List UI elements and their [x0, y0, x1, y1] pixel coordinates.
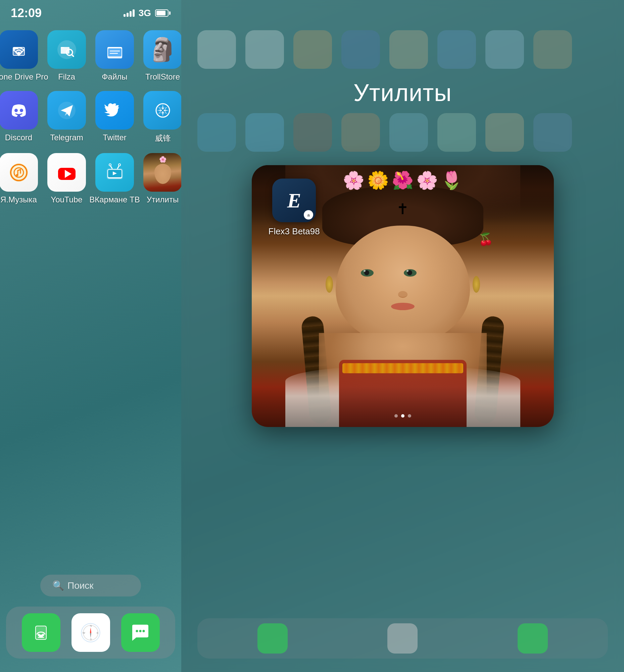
dock-app-messages[interactable]	[121, 613, 160, 652]
dock: N S E W	[6, 606, 175, 658]
app-item-yamusic[interactable]: Я.Музыка	[0, 153, 38, 204]
app-label-utilities: Утилиты	[147, 195, 179, 204]
app-item-trollstore[interactable]: 🗿 TrollStore	[143, 30, 182, 82]
svg-point-44	[136, 630, 138, 632]
svg-point-33	[119, 164, 120, 165]
app-item-vkarmane-tv[interactable]: ВКармане ТВ	[95, 153, 134, 204]
earring-left	[326, 276, 333, 293]
app-item-utilities[interactable]: 🌸 Утилиты	[143, 153, 182, 204]
battery-tip	[169, 11, 171, 15]
right-dock-phone	[257, 623, 288, 653]
right-dock-safari	[387, 623, 418, 653]
blurred-app-6	[437, 30, 476, 69]
blurred-app-16	[534, 113, 572, 152]
app-item-files[interactable]: Файлы	[95, 30, 134, 82]
search-bar[interactable]: 🔍 Поиск	[40, 575, 141, 596]
flex3-letter: E	[287, 189, 301, 212]
app-icon-files	[95, 30, 134, 69]
blurred-app-11	[293, 113, 332, 152]
flex3-icon-container[interactable]: E a Flex3 Beta98	[268, 179, 320, 237]
blurred-app-9	[198, 113, 236, 152]
lips	[391, 303, 415, 310]
app-label-weifeng: 威锋	[155, 133, 171, 144]
time: 12:09	[11, 6, 42, 20]
app-label-trollstore: TrollStore	[145, 72, 180, 82]
svg-text:W: W	[83, 631, 85, 635]
eyes	[361, 269, 445, 277]
app-item-telegram[interactable]: Telegram	[47, 91, 86, 144]
app-icon-phone-drive-pro	[0, 30, 38, 69]
app-icon-yamusic	[0, 153, 38, 192]
nose	[398, 291, 408, 298]
network-type: 3G	[139, 8, 151, 19]
page-dot-3	[408, 414, 411, 418]
right-content: Утилиты 🌸🌼🌺🌸🌷	[181, 0, 624, 672]
headdress-flowers: 🌸🌼🌺🌸🌷	[343, 170, 463, 191]
app-label-telegram: Telegram	[50, 133, 83, 142]
folder-title: Утилиты	[181, 72, 624, 110]
blurred-app-1	[198, 30, 236, 69]
red-berries: 🍒	[478, 232, 493, 247]
app-label-yamusic: Я.Музыка	[0, 195, 37, 204]
app-label-files: Файлы	[102, 72, 127, 82]
blurred-app-7	[485, 30, 524, 69]
folder-card[interactable]: 🌸🌼🌺🌸🌷 ✝	[252, 165, 554, 427]
app-label-discord: Discord	[5, 133, 32, 142]
app-icon-telegram	[47, 91, 86, 130]
app-item-weifeng[interactable]: 威锋	[143, 91, 182, 144]
blurred-app-8	[534, 30, 572, 69]
embroidery	[342, 363, 463, 373]
right-dock-blur	[198, 618, 608, 658]
app-icon-weifeng	[143, 91, 182, 130]
app-icon-utilities: 🌸	[143, 153, 182, 192]
app-label-phone-drive-pro: Phone Drive Pro	[0, 72, 48, 82]
eye-right	[404, 269, 417, 277]
app-icon-vkarmane-tv	[95, 153, 134, 192]
blurred-app-4	[341, 30, 380, 69]
page-dot-1	[394, 414, 398, 418]
right-status-area	[181, 0, 624, 27]
app-icon-trollstore: 🗿	[143, 30, 182, 69]
earring-right	[473, 276, 480, 293]
battery-fill	[156, 11, 165, 16]
app-label-youtube: YouTube	[51, 195, 82, 204]
svg-point-11	[15, 109, 18, 112]
page-dot-2	[401, 414, 405, 418]
eye-left	[361, 269, 373, 277]
svg-point-18	[9, 163, 28, 182]
app-icon-twitter	[95, 91, 134, 130]
face	[336, 226, 470, 343]
dock-app-safari[interactable]: N S E W	[72, 613, 110, 652]
dock-app-phone[interactable]	[22, 613, 60, 652]
svg-text:N: N	[90, 624, 92, 627]
left-panel: 12:09 3G	[0, 0, 181, 672]
battery-icon	[155, 9, 171, 17]
app-item-discord[interactable]: Discord	[0, 91, 38, 144]
headdress-cross: ✝	[389, 196, 416, 222]
app-item-phone-drive-pro[interactable]: Phone Drive Pro	[0, 30, 38, 82]
flex3-app-icon[interactable]: E a	[272, 179, 316, 222]
app-item-filza[interactable]: Filza	[47, 30, 86, 82]
status-bar: 12:09 3G	[0, 0, 181, 24]
blurred-app-5	[389, 30, 428, 69]
svg-point-45	[139, 630, 142, 632]
app-item-twitter[interactable]: Twitter	[95, 91, 134, 144]
app-item-youtube[interactable]: YouTube	[47, 153, 86, 204]
blurred-app-10	[245, 113, 284, 152]
flex3-badge: a	[304, 210, 313, 219]
right-blurred-row-2	[181, 110, 624, 155]
right-bottom-area	[181, 612, 624, 672]
svg-point-32	[109, 164, 111, 165]
blurred-app-15	[485, 113, 524, 152]
app-icon-filza	[47, 30, 86, 69]
page-dots	[394, 414, 411, 418]
blurred-app-14	[437, 113, 476, 152]
right-dock-messages	[518, 623, 548, 653]
app-icon-youtube	[47, 153, 86, 192]
svg-rect-8	[108, 48, 122, 56]
flex3-label: Flex3 Beta98	[268, 226, 320, 237]
app-icon-discord	[0, 91, 38, 130]
svg-point-12	[20, 109, 23, 112]
svg-text:S: S	[90, 638, 92, 641]
battery-body	[155, 9, 168, 17]
